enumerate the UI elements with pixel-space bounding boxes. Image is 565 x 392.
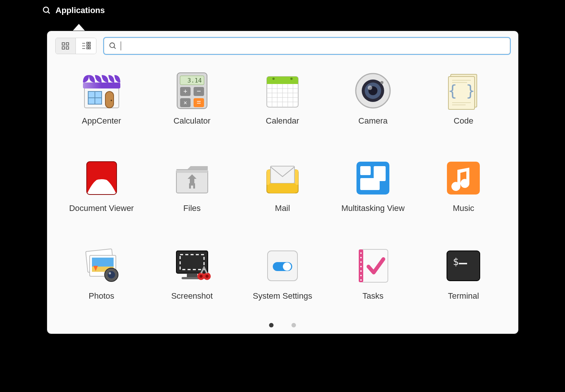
calculator-icon bbox=[173, 71, 212, 110]
app-label: Tasks bbox=[362, 291, 383, 301]
screenshot-icon bbox=[173, 246, 212, 285]
photos-icon bbox=[82, 246, 121, 285]
app-files[interactable]: Files bbox=[149, 156, 235, 229]
svg-rect-14 bbox=[89, 47, 90, 49]
app-label: Mail bbox=[275, 203, 290, 213]
app-label: Calendar bbox=[266, 116, 299, 126]
app-mail[interactable]: Mail bbox=[239, 156, 326, 229]
svg-point-0 bbox=[43, 7, 49, 12]
view-list-button[interactable] bbox=[76, 38, 96, 54]
app-multitasking-view[interactable]: Multitasking View bbox=[330, 156, 416, 229]
view-switcher bbox=[55, 38, 96, 54]
document-viewer-icon bbox=[82, 159, 121, 197]
svg-point-15 bbox=[109, 43, 114, 48]
app-label: System Settings bbox=[253, 291, 312, 301]
app-grid: AppCenterCalculatorCalendarCameraCodeDoc… bbox=[47, 58, 518, 317]
camera-icon bbox=[353, 71, 392, 110]
svg-rect-10 bbox=[89, 42, 90, 44]
view-grid-button[interactable] bbox=[56, 38, 76, 54]
app-label: Calculator bbox=[173, 116, 210, 126]
applications-popover: AppCenterCalculatorCalendarCameraCodeDoc… bbox=[47, 31, 519, 334]
app-label: Camera bbox=[358, 116, 388, 126]
page-indicator bbox=[47, 317, 518, 334]
svg-rect-4 bbox=[62, 47, 65, 49]
app-label: Photos bbox=[89, 291, 114, 301]
app-system-settings[interactable]: System Settings bbox=[239, 244, 326, 317]
svg-rect-11 bbox=[87, 45, 88, 46]
files-icon bbox=[173, 159, 212, 197]
music-icon bbox=[444, 159, 483, 197]
app-label: Files bbox=[183, 203, 201, 213]
app-document-viewer[interactable]: Document Viewer bbox=[58, 156, 145, 229]
app-label: Code bbox=[454, 116, 473, 126]
app-screenshot[interactable]: Screenshot bbox=[149, 244, 235, 317]
search-icon bbox=[42, 6, 51, 15]
text-cursor bbox=[121, 41, 121, 50]
code-icon bbox=[444, 71, 483, 110]
app-camera[interactable]: Camera bbox=[330, 69, 416, 141]
app-label: Screenshot bbox=[171, 291, 213, 301]
terminal-icon bbox=[444, 246, 483, 285]
app-photos[interactable]: Photos bbox=[58, 244, 145, 317]
app-calculator[interactable]: Calculator bbox=[149, 69, 235, 141]
app-label: AppCenter bbox=[82, 116, 121, 126]
multitasking-view-icon bbox=[353, 159, 392, 197]
popover-arrow bbox=[73, 24, 85, 31]
search-field[interactable] bbox=[104, 38, 510, 54]
app-code[interactable]: Code bbox=[420, 69, 507, 141]
page-dot-1[interactable] bbox=[269, 323, 274, 327]
app-label: Multitasking View bbox=[341, 203, 405, 213]
app-label: Terminal bbox=[448, 291, 479, 301]
search-input[interactable] bbox=[125, 42, 505, 50]
svg-rect-2 bbox=[62, 43, 65, 45]
appcenter-icon bbox=[82, 71, 121, 110]
svg-rect-9 bbox=[87, 42, 88, 44]
list-view-icon bbox=[81, 41, 91, 51]
svg-rect-13 bbox=[87, 47, 88, 49]
toolbar bbox=[47, 31, 518, 58]
app-music[interactable]: Music bbox=[420, 156, 507, 229]
app-appcenter[interactable]: AppCenter bbox=[58, 69, 145, 141]
svg-line-1 bbox=[48, 12, 50, 13]
menubar-applications[interactable]: Applications bbox=[37, 0, 528, 21]
svg-rect-3 bbox=[66, 43, 69, 45]
app-label: Document Viewer bbox=[69, 203, 134, 213]
app-calendar[interactable]: Calendar bbox=[239, 69, 326, 141]
grid-view-icon bbox=[61, 41, 70, 51]
system-settings-icon bbox=[263, 246, 302, 285]
search-icon bbox=[109, 42, 117, 50]
applications-title: Applications bbox=[56, 6, 105, 15]
app-terminal[interactable]: Terminal bbox=[420, 244, 507, 317]
svg-rect-12 bbox=[89, 45, 90, 46]
page-dot-2[interactable] bbox=[291, 323, 296, 327]
mail-icon bbox=[263, 159, 302, 197]
calendar-icon bbox=[263, 71, 302, 110]
svg-rect-5 bbox=[66, 47, 69, 49]
tasks-icon bbox=[353, 246, 392, 285]
svg-line-16 bbox=[114, 47, 115, 49]
app-tasks[interactable]: Tasks bbox=[330, 244, 416, 317]
app-label: Music bbox=[453, 203, 474, 213]
